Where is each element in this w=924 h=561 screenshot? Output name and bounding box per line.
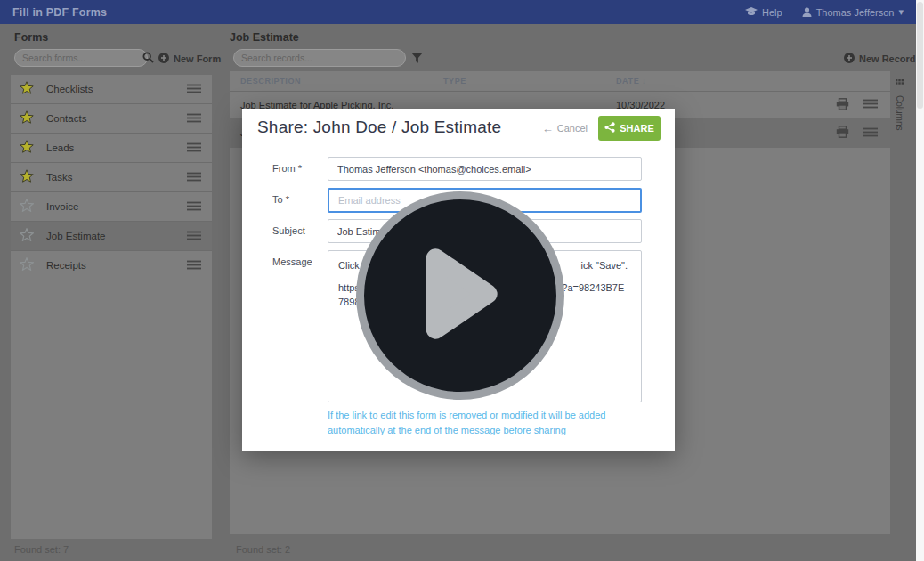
sidebar-item-invoice[interactable]: Invoice bbox=[11, 192, 212, 222]
sidebar-item-job-estimate[interactable]: Job Estimate bbox=[11, 222, 212, 251]
item-menu-icon[interactable] bbox=[187, 81, 201, 97]
star-outline-icon[interactable] bbox=[20, 228, 34, 245]
item-menu-icon[interactable] bbox=[187, 140, 201, 156]
user-icon bbox=[802, 7, 812, 17]
sidebar-item-receipts[interactable]: Receipts bbox=[11, 251, 212, 280]
star-outline-icon[interactable] bbox=[20, 257, 34, 274]
star-filled-icon[interactable] bbox=[20, 169, 34, 186]
records-found-set: Found set: 2 bbox=[236, 544, 290, 555]
row-menu-icon[interactable] bbox=[863, 99, 878, 110]
sidebar-heading: Forms bbox=[14, 31, 48, 44]
item-menu-icon[interactable] bbox=[187, 169, 201, 185]
print-icon[interactable] bbox=[836, 98, 849, 112]
search-icon bbox=[142, 52, 154, 65]
dialog-title: Share: John Doe / Job Estimate bbox=[257, 118, 501, 137]
new-record-button[interactable]: New Record bbox=[844, 53, 916, 65]
scrollbar-thumb[interactable] bbox=[917, 2, 923, 109]
star-filled-icon[interactable] bbox=[20, 81, 34, 98]
to-label: To * bbox=[272, 194, 289, 205]
table-header-row: DESCRIPTION TYPE DATE↓ bbox=[230, 71, 890, 92]
sort-desc-icon: ↓ bbox=[642, 77, 646, 85]
column-header-description[interactable]: DESCRIPTION bbox=[230, 77, 443, 85]
new-record-label: New Record bbox=[859, 53, 916, 64]
sidebar-item-tasks[interactable]: Tasks bbox=[11, 163, 212, 192]
sidebar-item-label: Tasks bbox=[46, 172, 72, 183]
sidebar-found-set: Found set: 7 bbox=[14, 544, 69, 555]
user-name: Thomas Jefferson bbox=[816, 7, 895, 18]
sidebar-item-label: Leads bbox=[46, 142, 74, 153]
arrow-left-icon: ← bbox=[542, 124, 554, 134]
sidebar-item-label: Receipts bbox=[46, 260, 86, 271]
from-field[interactable] bbox=[328, 157, 642, 181]
share-icon bbox=[604, 122, 615, 134]
play-icon bbox=[417, 240, 515, 351]
star-filled-icon[interactable] bbox=[20, 140, 34, 157]
share-hint-text: If the link to edit this form is removed… bbox=[328, 408, 646, 438]
plus-circle-icon bbox=[158, 53, 169, 65]
sidebar-item-label: Job Estimate bbox=[46, 231, 105, 241]
from-label: From * bbox=[272, 163, 302, 174]
item-menu-icon[interactable] bbox=[187, 257, 201, 273]
star-filled-icon[interactable] bbox=[20, 110, 34, 127]
item-menu-icon[interactable] bbox=[187, 228, 201, 244]
grid-icon bbox=[896, 75, 904, 91]
forms-list: Checklists Contacts Leads Tasks Invoice … bbox=[11, 75, 212, 539]
chevron-down-icon: ▾ bbox=[898, 6, 904, 18]
sidebar-item-label: Checklists bbox=[46, 84, 93, 94]
search-forms-input[interactable] bbox=[22, 53, 142, 63]
page-scrollbar[interactable] bbox=[916, 0, 924, 561]
sidebar-item-label: Invoice bbox=[46, 201, 78, 212]
user-menu[interactable]: Thomas Jefferson ▾ bbox=[802, 6, 904, 18]
row-menu-icon[interactable] bbox=[863, 127, 878, 139]
new-form-button[interactable]: New Form bbox=[158, 53, 221, 65]
search-records-field[interactable] bbox=[233, 49, 406, 67]
help-label: Help bbox=[762, 7, 782, 18]
new-form-label: New Form bbox=[174, 53, 221, 64]
message-text: ick "Save". bbox=[581, 258, 628, 272]
share-button[interactable]: SHARE bbox=[598, 116, 661, 141]
item-menu-icon[interactable] bbox=[187, 199, 201, 215]
star-outline-icon[interactable] bbox=[20, 199, 34, 215]
search-records-input[interactable] bbox=[241, 53, 398, 63]
subject-label: Subject bbox=[272, 225, 305, 236]
message-label: Message bbox=[272, 256, 312, 267]
column-header-date[interactable]: DATE↓ bbox=[616, 77, 646, 85]
cancel-label: Cancel bbox=[557, 123, 588, 134]
sidebar-item-label: Contacts bbox=[46, 113, 86, 124]
app-title: Fill in PDF Forms bbox=[12, 6, 107, 19]
filter-icon[interactable] bbox=[411, 52, 423, 68]
columns-label: Columns bbox=[895, 95, 904, 130]
column-header-type[interactable]: TYPE bbox=[443, 77, 616, 85]
sidebar-item-leads[interactable]: Leads bbox=[11, 134, 212, 163]
search-forms-field[interactable] bbox=[14, 49, 148, 67]
help-button[interactable]: Help bbox=[745, 7, 782, 18]
video-play-button[interactable] bbox=[356, 191, 564, 400]
sidebar-item-checklists[interactable]: Checklists bbox=[11, 75, 212, 104]
columns-button[interactable]: Columns bbox=[890, 75, 908, 130]
top-bar: Fill in PDF Forms Help Thomas Jefferson … bbox=[0, 0, 916, 24]
cancel-button[interactable]: ← Cancel bbox=[542, 123, 588, 134]
help-icon bbox=[745, 7, 758, 17]
share-label: SHARE bbox=[620, 123, 654, 134]
plus-circle-icon bbox=[844, 53, 855, 65]
sidebar-item-contacts[interactable]: Contacts bbox=[11, 104, 212, 134]
print-icon[interactable] bbox=[836, 126, 849, 140]
item-menu-icon[interactable] bbox=[187, 110, 201, 126]
page-title: Job Estimate bbox=[230, 31, 299, 44]
